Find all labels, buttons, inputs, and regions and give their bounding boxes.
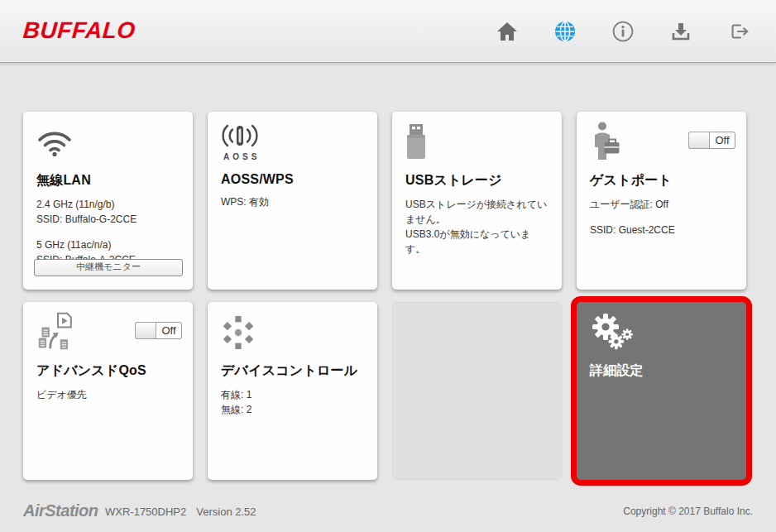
- toggle-state-label: Off: [156, 323, 181, 338]
- model-number: WXR-1750DHP2: [105, 506, 186, 518]
- buffalo-logo: BUFFALO: [22, 17, 137, 44]
- logout-icon[interactable]: [728, 21, 750, 42]
- card-device-control[interactable]: デバイスコントロール 有線: 1 無線: 2: [208, 302, 377, 480]
- wireless-info: 2.4 GHz (11n/g/b) SSID: Buffalo-G-2CCE 5…: [36, 197, 180, 267]
- aoss-icon: AOSS: [221, 122, 364, 165]
- firmware-download-icon[interactable]: [670, 21, 692, 42]
- card-advanced-settings[interactable]: 詳細設定: [577, 302, 746, 480]
- header-bar: BUFFALO: [0, 0, 776, 63]
- model-version: WXR-1750DHP2Version 2.52: [105, 506, 266, 518]
- airstation-logo: AirStation: [23, 501, 98, 520]
- wired-count: 有線: 1: [221, 387, 364, 402]
- home-icon[interactable]: [496, 21, 518, 42]
- network-icon[interactable]: [554, 21, 576, 42]
- firmware-version: Version 2.52: [196, 506, 256, 518]
- card-guest-port[interactable]: Off ゲストポート ユーザー認証: Off SSID: Guest-2CCE: [577, 112, 746, 290]
- guest-ssid: SSID: Guest-2CCE: [590, 223, 733, 237]
- card-title: 無線LAN: [36, 172, 180, 189]
- band-5g: 5 GHz (11ac/n/a): [36, 237, 180, 252]
- wireless-count: 無線: 2: [221, 402, 364, 417]
- card-advanced-qos[interactable]: Off アドバンスドQoS ビデオ優先: [23, 302, 193, 480]
- header-nav: [496, 0, 750, 62]
- toggle-state-label: Off: [710, 132, 735, 148]
- qos-toggle[interactable]: Off: [135, 322, 182, 339]
- aoss-icon-label: AOSS: [223, 152, 364, 161]
- card-usb-storage[interactable]: USBストレージ USBストレージが接続されていません。 USB3.0が無効にな…: [392, 112, 562, 290]
- card-title: アドバンスドQoS: [36, 362, 180, 380]
- dashboard-grid: 無線LAN 2.4 GHz (11n/g/b) SSID: Buffalo-G-…: [23, 112, 746, 480]
- gears-icon: [590, 312, 733, 355]
- card-title: ゲストポート: [590, 172, 733, 189]
- card-title: AOSS/WPS: [221, 172, 364, 187]
- card-title: 詳細設定: [590, 362, 733, 380]
- qos-mode: ビデオ優先: [36, 387, 180, 402]
- usb-status-1: USBストレージが接続されていません。: [405, 197, 548, 227]
- toggle-knob: [688, 132, 710, 149]
- guest-auth: ユーザー認証: Off: [590, 197, 733, 212]
- toggle-knob: [135, 322, 156, 339]
- card-title: デバイスコントロール: [221, 362, 364, 380]
- wps-status: WPS: 有効: [221, 194, 364, 209]
- device-control-icon: [221, 312, 364, 355]
- empty-tile: [392, 302, 562, 480]
- card-wireless-lan[interactable]: 無線LAN 2.4 GHz (11n/g/b) SSID: Buffalo-G-…: [23, 112, 193, 290]
- copyright-text: Copyright © 2017 Buffalo Inc.: [623, 506, 753, 517]
- router-dashboard: BUFFALO: [0, 0, 776, 532]
- guest-port-toggle[interactable]: Off: [688, 132, 735, 149]
- info-icon[interactable]: [612, 21, 634, 42]
- wifi-icon: [36, 122, 180, 165]
- relay-monitor-button[interactable]: 中継機モニター: [34, 259, 183, 276]
- card-aoss-wps[interactable]: AOSS AOSS/WPS WPS: 有効: [208, 112, 377, 290]
- usb-status-2: USB3.0が無効になっています。: [405, 227, 548, 256]
- band-2g: 2.4 GHz (11n/g/b): [36, 197, 180, 212]
- usb-icon: [405, 122, 548, 165]
- card-title: USBストレージ: [405, 172, 548, 189]
- ssid-2g: SSID: Buffalo-G-2CCE: [36, 212, 180, 227]
